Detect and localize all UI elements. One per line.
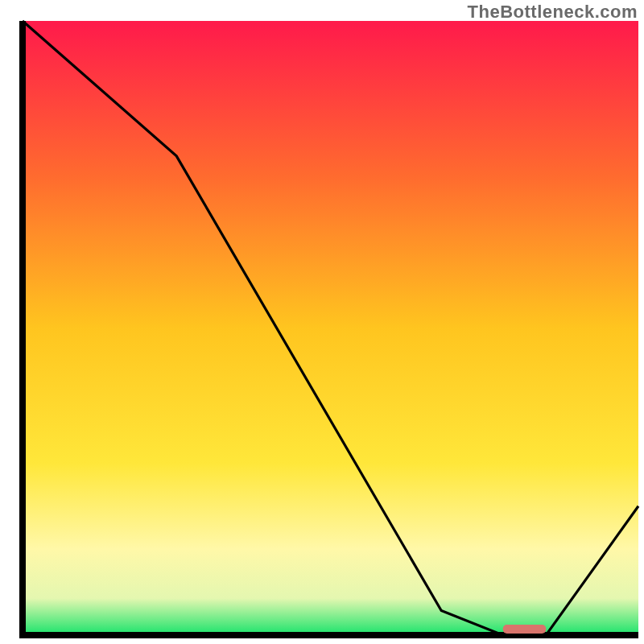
bottleneck-chart: [0, 0, 644, 644]
chart-container: { "watermark": "TheBottleneck.com", "cha…: [0, 0, 644, 644]
watermark-text: TheBottleneck.com: [468, 2, 638, 23]
optimal-range-marker: [503, 625, 547, 634]
plot-background: [23, 21, 638, 635]
